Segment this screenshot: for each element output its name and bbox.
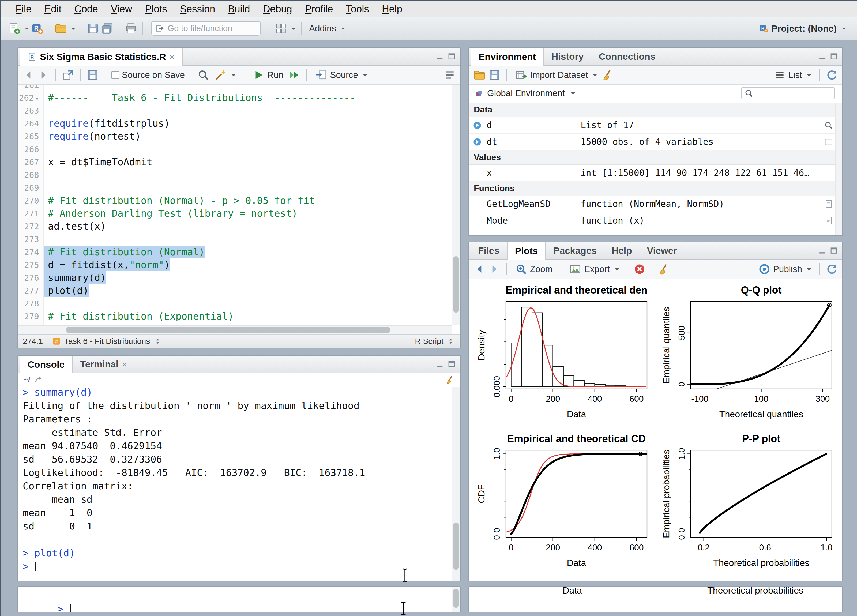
close-tab-icon[interactable] <box>122 359 127 370</box>
env-row-d[interactable]: dList of 17 <box>469 117 842 134</box>
list-view-button[interactable]: List <box>771 68 813 82</box>
magnifier-icon[interactable] <box>824 121 833 132</box>
tab-source-file[interactable]: R Six Sigma Basic Statistics.R <box>20 48 183 66</box>
tab-history[interactable]: History <box>544 48 591 65</box>
zoom-button[interactable]: Zoom <box>513 262 555 276</box>
import-dataset-button[interactable]: Import Dataset <box>513 68 599 82</box>
document-outline-icon[interactable] <box>444 69 456 81</box>
run-button[interactable]: Run <box>250 68 286 82</box>
maximize-icon[interactable] <box>447 360 456 369</box>
tab-console[interactable]: Console <box>20 356 73 373</box>
maximize-icon[interactable] <box>447 52 456 61</box>
goto-directory-icon[interactable] <box>34 375 43 384</box>
tab-environment[interactable]: Environment <box>470 48 544 66</box>
tab-files[interactable]: Files <box>470 242 507 259</box>
tab-packages[interactable]: Packages <box>546 242 604 259</box>
tab-help[interactable]: Help <box>604 242 639 259</box>
find-replace-icon[interactable] <box>197 69 209 81</box>
load-workspace-icon[interactable] <box>473 69 486 81</box>
minimize-icon[interactable] <box>435 360 445 369</box>
maximize-icon[interactable] <box>829 246 838 255</box>
minimize-icon[interactable] <box>818 246 827 255</box>
tab-viewer[interactable]: Viewer <box>639 242 685 259</box>
previous-plot-icon[interactable] <box>473 263 486 275</box>
save-workspace-icon[interactable] <box>488 69 501 81</box>
menu-session[interactable]: Session <box>173 3 222 15</box>
editor-hscrollbar[interactable] <box>18 325 452 334</box>
save-document-icon[interactable] <box>87 69 99 81</box>
expand-icon[interactable] <box>473 138 482 149</box>
remove-plot-icon[interactable] <box>633 263 646 275</box>
tab-terminal[interactable]: Terminal <box>73 356 135 373</box>
rerun-icon[interactable] <box>288 69 300 81</box>
source-on-save-checkbox[interactable] <box>111 71 119 79</box>
scroll-thumb[interactable] <box>66 327 390 333</box>
working-directory[interactable]: ~/ <box>23 375 30 384</box>
menu-code[interactable]: Code <box>68 3 104 15</box>
menu-edit[interactable]: Edit <box>38 3 68 15</box>
expand-icon[interactable] <box>473 121 482 132</box>
code-editor[interactable]: 261262▾#------ Task 6 - Fit Distribution… <box>18 85 460 325</box>
maximize-icon[interactable] <box>829 52 838 61</box>
menu-build[interactable]: Build <box>221 3 256 15</box>
menu-debug[interactable]: Debug <box>257 3 299 15</box>
project-button[interactable]: R Project: (None) <box>759 23 850 34</box>
new-file-icon[interactable] <box>8 22 20 34</box>
env-row-Mode[interactable]: Modefunction (x) <box>469 212 842 229</box>
scroll-thumb[interactable] <box>453 589 459 608</box>
doc-type-selector[interactable]: R Script <box>415 337 455 346</box>
publish-button[interactable]: Publish <box>756 262 813 276</box>
open-file-icon[interactable] <box>55 22 67 34</box>
export-button[interactable]: Export <box>567 262 621 276</box>
scroll-thumb[interactable] <box>453 256 459 313</box>
back-icon[interactable] <box>22 69 34 81</box>
clear-plots-icon[interactable] <box>658 263 670 275</box>
pane-layout-icon[interactable] <box>275 22 287 34</box>
env-row-dt[interactable]: dt15000 obs. of 4 variables <box>469 134 842 150</box>
scope-label[interactable]: Global Environment <box>487 88 565 98</box>
view-table-icon[interactable] <box>824 138 833 149</box>
env-row-x[interactable]: xint [1:15000] 114 90 174 248 122 61 151… <box>469 165 842 181</box>
fold-arrow-icon[interactable]: ▾ <box>36 95 39 102</box>
console-output[interactable]: > summary(d)Fitting of the distribution … <box>18 387 451 581</box>
refresh-plot-icon[interactable] <box>826 263 838 275</box>
new-file-caret-icon[interactable] <box>25 28 29 32</box>
chunk-navigator[interactable]: # Task 6 - Fit Distributions <box>52 337 162 346</box>
editor-vscrollbar[interactable] <box>452 85 460 325</box>
new-project-icon[interactable]: R <box>31 22 43 34</box>
clear-console-icon[interactable] <box>446 375 455 384</box>
scope-caret-icon[interactable] <box>571 92 575 97</box>
open-file-caret-icon[interactable] <box>71 28 76 32</box>
tab-plots[interactable]: Plots <box>507 242 546 260</box>
function-script-icon[interactable] <box>824 200 833 211</box>
menu-tools[interactable]: Tools <box>340 3 376 15</box>
menu-profile[interactable]: Profile <box>299 3 340 15</box>
source-button[interactable]: Source <box>313 68 369 82</box>
print-icon[interactable] <box>125 22 137 34</box>
minimize-icon[interactable] <box>435 52 445 61</box>
scroll-thumb[interactable] <box>453 523 459 570</box>
menu-plots[interactable]: Plots <box>138 3 173 15</box>
addins-button[interactable]: Addins <box>307 22 347 34</box>
environment-search-input[interactable] <box>741 87 835 99</box>
open-new-window-icon[interactable] <box>62 69 74 81</box>
environment-vscrollbar[interactable] <box>835 102 842 235</box>
menu-help[interactable]: Help <box>376 3 409 15</box>
refresh-icon[interactable] <box>826 69 838 81</box>
console-vscrollbar[interactable] <box>452 387 460 581</box>
goto-file-search-input[interactable]: Go to file/function <box>151 21 261 36</box>
strip-vscrollbar[interactable] <box>452 587 460 612</box>
next-plot-icon[interactable] <box>488 263 501 275</box>
minimize-icon[interactable] <box>818 52 827 61</box>
function-script-icon[interactable] <box>824 216 833 228</box>
forward-icon[interactable] <box>37 69 50 81</box>
close-tab-icon[interactable] <box>169 51 175 62</box>
clear-environment-icon[interactable] <box>602 69 614 81</box>
menu-file[interactable]: File <box>9 3 38 15</box>
menu-view[interactable]: View <box>104 3 139 15</box>
code-tools-button[interactable] <box>212 68 238 82</box>
save-all-icon[interactable] <box>101 22 114 34</box>
save-icon[interactable] <box>87 22 99 34</box>
tab-connections[interactable]: Connections <box>591 48 663 65</box>
pane-layout-caret-icon[interactable] <box>291 28 295 32</box>
